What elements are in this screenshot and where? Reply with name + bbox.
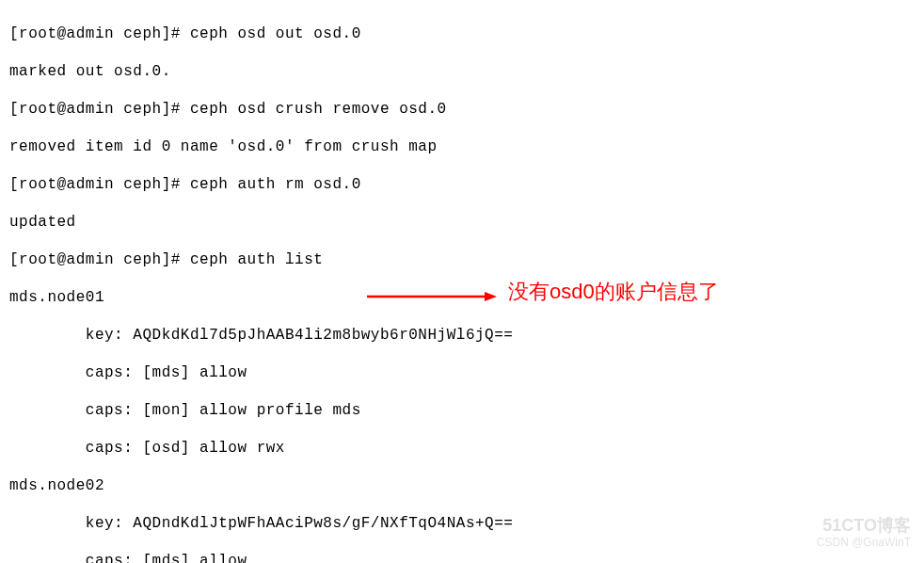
terminal-line: removed item id 0 name 'osd.0' from crus… [9,137,915,156]
terminal-line: [root@admin ceph]# ceph osd crush remove… [9,100,915,119]
terminal-line: [root@admin ceph]# ceph auth list [9,250,915,269]
annotation-arrow-icon [367,287,499,306]
terminal-line: caps: [mds] allow [9,363,915,382]
watermark: 51CTO博客 CSDN @GnaWinT [817,515,911,551]
terminal-line: key: AQDkdKdl7d5pJhAAB4li2m8bwyb6r0NHjWl… [9,326,915,345]
terminal-line: mds.node02 [9,476,915,495]
terminal-line: caps: [osd] allow rwx [9,439,915,458]
terminal-line: [root@admin ceph]# ceph auth rm osd.0 [9,175,915,194]
annotation-text: 没有osd0的账户信息了 [508,279,719,305]
watermark-line1: 51CTO博客 [817,515,911,537]
terminal-line: key: AQDndKdlJtpWFhAAciPw8s/gF/NXfTqO4NA… [9,514,915,533]
svg-marker-1 [485,292,497,301]
terminal-line: updated [9,213,915,232]
terminal-output: [root@admin ceph]# ceph osd out osd.0 ma… [9,6,915,563]
terminal-line: [root@admin ceph]# ceph osd out osd.0 [9,24,915,43]
watermark-line2: CSDN @GnaWinT [817,536,911,550]
terminal-line: caps: [mon] allow profile mds [9,401,915,420]
terminal-line: marked out osd.0. [9,62,915,81]
terminal-line: caps: [mds] allow [9,552,915,563]
